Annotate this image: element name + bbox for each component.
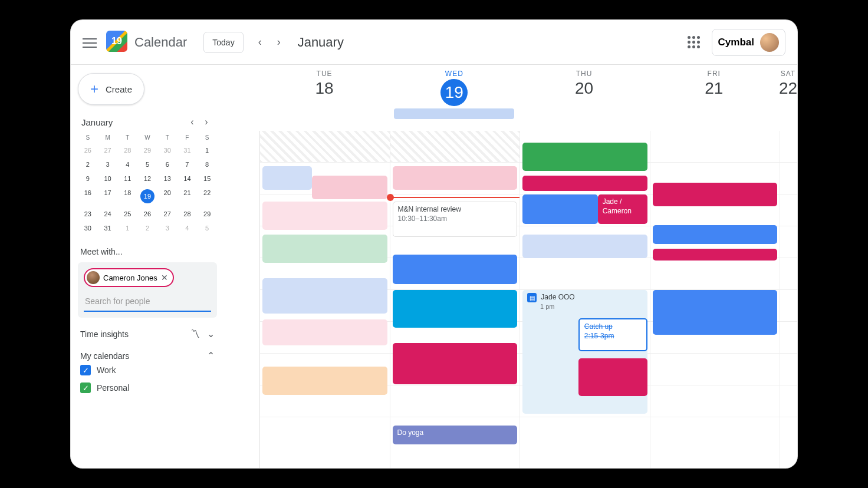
- account-switcher[interactable]: Cymbal: [712, 29, 785, 56]
- person-chip[interactable]: Cameron Jones ✕: [84, 268, 174, 287]
- event-block[interactable]: [522, 176, 647, 191]
- event-block[interactable]: [262, 235, 387, 263]
- day-column-wed[interactable]: M&N internal review 10:30–11:30am Do yog…: [390, 131, 520, 468]
- mini-prev-icon[interactable]: ‹: [185, 117, 199, 127]
- event-block[interactable]: [262, 166, 312, 190]
- event-block[interactable]: [262, 319, 387, 345]
- event-yoga[interactable]: Do yoga: [393, 426, 518, 444]
- event-block[interactable]: [393, 290, 518, 328]
- mini-day[interactable]: 27: [157, 207, 177, 221]
- mini-day[interactable]: 1: [197, 143, 217, 157]
- day-column-sat[interactable]: [780, 131, 797, 468]
- mini-dow: M: [98, 132, 118, 143]
- mini-day[interactable]: 24: [98, 207, 118, 221]
- mini-day[interactable]: 14: [177, 172, 198, 186]
- event-block[interactable]: [522, 143, 647, 171]
- mini-day[interactable]: 2: [137, 221, 157, 235]
- day-header[interactable]: FRI21: [649, 65, 779, 131]
- mini-day[interactable]: 11: [117, 172, 137, 186]
- next-period-icon[interactable]: ›: [269, 33, 288, 52]
- mini-day[interactable]: 20: [157, 186, 177, 207]
- day-column-thu[interactable]: Jade / Cameron ▤ Jade OOO 1 pm Catch up …: [520, 131, 650, 468]
- mini-day[interactable]: 9: [78, 172, 98, 186]
- mini-day[interactable]: 30: [78, 221, 98, 235]
- day-header[interactable]: WED19: [389, 65, 519, 131]
- mini-day[interactable]: 2: [78, 157, 98, 172]
- mini-day[interactable]: 17: [98, 186, 118, 207]
- mini-day[interactable]: 26: [78, 143, 98, 157]
- event-block[interactable]: [522, 235, 647, 258]
- mini-day[interactable]: 15: [197, 172, 217, 186]
- mini-day[interactable]: 18: [117, 186, 137, 207]
- calendar-item[interactable]: ✓Work: [78, 361, 217, 379]
- mini-day[interactable]: 5: [197, 221, 217, 235]
- chip-remove-icon[interactable]: ✕: [161, 273, 168, 282]
- mini-day[interactable]: 4: [117, 157, 137, 172]
- chevron-down-icon[interactable]: ⌄: [207, 328, 215, 339]
- mini-day[interactable]: 30: [157, 143, 177, 157]
- allday-event[interactable]: [394, 108, 514, 119]
- mini-day[interactable]: 1: [117, 221, 137, 235]
- mini-day[interactable]: 10: [98, 172, 118, 186]
- mini-day[interactable]: 3: [98, 157, 118, 172]
- search-people-input[interactable]: [84, 292, 211, 312]
- mini-next-icon[interactable]: ›: [199, 117, 213, 127]
- event-block[interactable]: [262, 367, 387, 395]
- mini-day[interactable]: 28: [177, 207, 198, 221]
- mini-day[interactable]: 4: [177, 221, 198, 235]
- event-block[interactable]: [578, 358, 647, 396]
- event-block[interactable]: [262, 278, 387, 314]
- mini-day[interactable]: 29: [137, 143, 157, 157]
- calendar-item[interactable]: ✓Personal: [78, 379, 217, 397]
- mini-day[interactable]: 22: [197, 186, 217, 207]
- google-apps-icon[interactable]: [683, 32, 705, 53]
- mini-day[interactable]: 23: [78, 207, 98, 221]
- mini-dow: F: [177, 132, 198, 143]
- mini-day[interactable]: 21: [177, 186, 198, 207]
- mini-day[interactable]: 26: [137, 207, 157, 221]
- event-block[interactable]: [393, 343, 518, 384]
- mini-day[interactable]: 5: [137, 157, 157, 172]
- event-block[interactable]: [653, 290, 778, 335]
- mini-day[interactable]: 13: [157, 172, 177, 186]
- day-column-tue[interactable]: [259, 131, 390, 468]
- mini-day[interactable]: 12: [137, 172, 157, 186]
- mini-day[interactable]: 27: [98, 143, 118, 157]
- event-block[interactable]: [312, 176, 387, 199]
- checkbox-icon[interactable]: ✓: [80, 383, 91, 393]
- day-header[interactable]: SAT22: [779, 65, 797, 131]
- prev-period-icon[interactable]: ‹: [251, 33, 269, 52]
- checkbox-icon[interactable]: ✓: [80, 365, 91, 375]
- my-calendars-row[interactable]: My calendars ⌃: [80, 350, 215, 361]
- mini-day[interactable]: 3: [157, 221, 177, 235]
- main-menu-icon[interactable]: [83, 35, 97, 50]
- event-block[interactable]: [653, 225, 778, 244]
- create-button[interactable]: + Create: [78, 73, 144, 105]
- day-header[interactable]: TUE18: [259, 65, 389, 131]
- mini-day[interactable]: 8: [197, 157, 217, 172]
- event-block[interactable]: [653, 249, 778, 261]
- event-block[interactable]: [262, 202, 387, 230]
- calendar-logo[interactable]: 19: [106, 31, 130, 54]
- event-block[interactable]: [522, 194, 598, 224]
- mini-day[interactable]: 7: [177, 157, 198, 172]
- mini-day[interactable]: 16: [78, 186, 98, 207]
- event-catchup[interactable]: Catch up 2:15-3pm: [578, 318, 647, 351]
- chevron-up-icon[interactable]: ⌃: [207, 350, 215, 361]
- day-header[interactable]: THU20: [519, 65, 649, 131]
- event-block[interactable]: [653, 183, 778, 206]
- mini-day[interactable]: 6: [157, 157, 177, 172]
- mini-day[interactable]: 29: [197, 207, 217, 221]
- event-jade-cameron[interactable]: Jade / Cameron: [598, 194, 647, 224]
- time-insights-row[interactable]: Time insights 〽 ⌄: [80, 328, 215, 339]
- event-mn-review[interactable]: M&N internal review 10:30–11:30am: [393, 202, 518, 237]
- day-column-fri[interactable]: [650, 131, 780, 468]
- mini-day[interactable]: 19: [137, 186, 157, 207]
- today-button[interactable]: Today: [203, 32, 243, 53]
- mini-day[interactable]: 28: [117, 143, 137, 157]
- mini-day[interactable]: 25: [117, 207, 137, 221]
- mini-day[interactable]: 31: [98, 221, 118, 235]
- event-block[interactable]: [393, 255, 518, 284]
- mini-day[interactable]: 31: [177, 143, 198, 157]
- event-block[interactable]: [393, 166, 518, 190]
